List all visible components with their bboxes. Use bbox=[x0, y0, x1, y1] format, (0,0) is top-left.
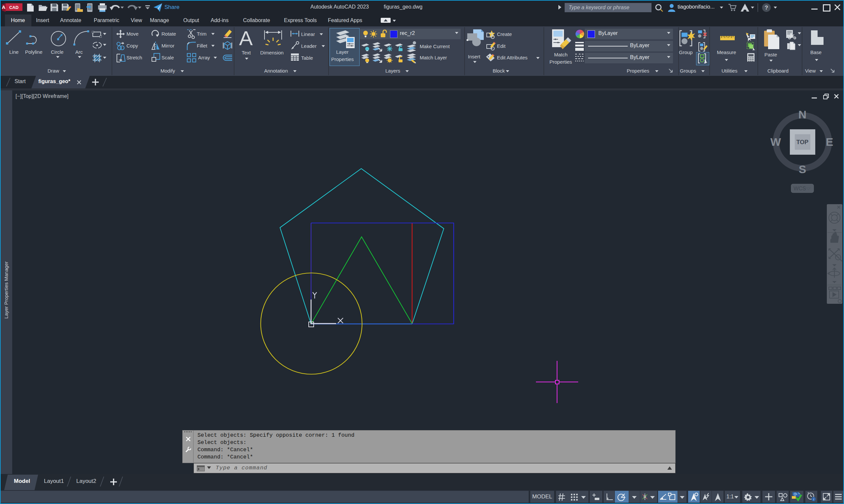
svg-text:E: E bbox=[826, 136, 833, 148]
svg-text:WCS: WCS bbox=[793, 186, 806, 191]
svg-text:W: W bbox=[770, 136, 781, 148]
svg-text:[−][Top][2D Wireframe]: [−][Top][2D Wireframe] bbox=[16, 93, 69, 99]
svg-text:i: i bbox=[813, 498, 814, 501]
svg-text:S: S bbox=[799, 163, 806, 176]
svg-text:TOP: TOP bbox=[796, 139, 809, 145]
svg-text:N: N bbox=[798, 108, 807, 121]
